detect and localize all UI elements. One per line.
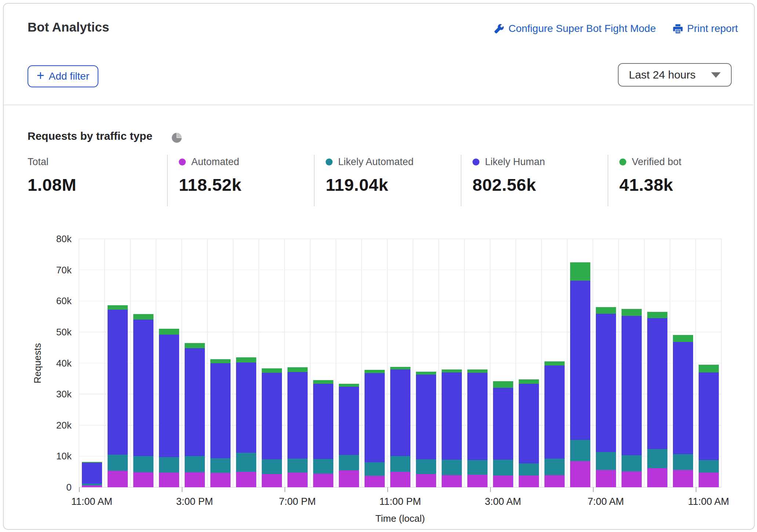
bar-segment-automated (647, 468, 667, 487)
bar-segment-likely-human (519, 384, 539, 463)
bar-segment-likely-automated (185, 456, 205, 472)
bar-segment-likely-automated (467, 460, 488, 475)
x-axis-tick (79, 487, 80, 492)
bar-segment-verified-bot (313, 380, 333, 384)
configure-super-bot-fight-mode-link[interactable]: Configure Super Bot Fight Mode (494, 23, 656, 34)
bar-segment-likely-human (133, 320, 153, 456)
bar-segment-automated (416, 474, 436, 487)
x-gridline (618, 239, 619, 487)
x-axis-tick (182, 487, 182, 492)
bar-8-00-am[interactable] (622, 239, 642, 487)
y-axis-tick-label: 70k (39, 264, 72, 276)
header-links: Configure Super Bot Fight Mode Print rep… (494, 23, 738, 34)
bar-segment-likely-automated (416, 459, 436, 474)
bar-segment-automated (236, 472, 256, 487)
bar-segment-likely-automated (210, 458, 231, 473)
bar-12-00-pm[interactable] (108, 239, 128, 487)
bar-9-00-am[interactable] (647, 239, 667, 487)
bar-12-00-am[interactable] (416, 239, 436, 487)
bar-7-00-am[interactable] (596, 239, 616, 487)
bar-4-00-pm[interactable] (210, 239, 231, 487)
bar-segment-likely-human (570, 281, 590, 440)
bar-segment-likely-automated (647, 449, 667, 468)
bar-segment-likely-automated (236, 453, 256, 472)
stat-divider (167, 155, 168, 206)
bar-segment-likely-human (699, 372, 719, 460)
bar-segment-likely-automated (313, 459, 333, 474)
verified-bot-legend-dot (619, 158, 626, 165)
bar-segment-automated (544, 475, 565, 487)
bar-1-00-pm[interactable] (133, 239, 153, 487)
bar-2-00-pm[interactable] (159, 239, 179, 487)
stat-likely-human-label: Likely Human (485, 156, 545, 168)
x-gridline (515, 239, 516, 487)
stat-verified-bot: Verified bot 41.38k (619, 156, 751, 195)
bar-7-00-pm[interactable] (287, 239, 308, 487)
x-gridline (207, 239, 208, 487)
print-link-label: Print report (687, 23, 738, 34)
bar-segment-verified-bot (262, 368, 282, 373)
bar-11-00-am[interactable] (82, 239, 102, 487)
bar-9-00-pm[interactable] (339, 239, 359, 487)
add-filter-button[interactable]: + Add filter (28, 65, 98, 87)
bar-segment-likely-human (416, 375, 436, 459)
bar-segment-verified-bot (159, 329, 179, 335)
y-axis-tick-label: 20k (39, 419, 72, 431)
x-gridline (181, 239, 182, 487)
bar-segment-verified-bot (185, 343, 205, 348)
x-gridline (721, 239, 722, 487)
bar-segment-likely-human (287, 372, 308, 459)
bar-segment-verified-bot (390, 367, 410, 370)
bar-6-00-pm[interactable] (262, 239, 282, 487)
bar-segment-automated (108, 471, 128, 487)
bar-3-00-am[interactable] (493, 239, 513, 487)
x-gridline (79, 239, 79, 487)
print-report-link[interactable]: Print report (673, 23, 738, 34)
x-gridline (233, 239, 233, 487)
header-divider (4, 105, 753, 105)
bar-segment-likely-automated (365, 462, 385, 475)
x-gridline (104, 239, 105, 487)
bar-segment-likely-human (365, 373, 385, 463)
bar-segment-likely-automated (390, 456, 410, 472)
time-range-select[interactable]: Last 24 hours (618, 63, 732, 87)
x-gridline (336, 239, 336, 487)
x-gridline (310, 239, 311, 487)
bar-segment-automated (82, 485, 102, 487)
bar-6-00-am[interactable] (570, 239, 590, 487)
bar-segment-automated (699, 473, 719, 487)
bar-segment-likely-automated (262, 459, 282, 474)
bar-segment-verified-bot (699, 365, 719, 372)
configure-link-label: Configure Super Bot Fight Mode (508, 23, 656, 34)
bar-5-00-pm[interactable] (236, 239, 256, 487)
bar-segment-likely-human (159, 335, 179, 457)
stat-automated-value: 118.52k (179, 175, 311, 195)
chevron-down-icon (711, 72, 721, 78)
bar-segment-likely-human (339, 387, 359, 455)
bar-segment-verified-bot (622, 309, 642, 316)
bar-8-00-pm[interactable] (313, 239, 333, 487)
bar-11-00-am[interactable] (699, 239, 719, 487)
bar-segment-verified-bot (544, 361, 565, 365)
bar-1-00-am[interactable] (442, 239, 462, 487)
x-gridline (541, 239, 542, 487)
bar-segment-verified-bot (673, 335, 693, 342)
stat-divider (314, 155, 315, 206)
bar-11-00-pm[interactable] (390, 239, 410, 487)
requests-by-traffic-type-chart: 010k20k30k40k50k60k70k80k11:00 AM3:00 PM… (0, 220, 757, 532)
bar-5-00-am[interactable] (544, 239, 565, 487)
stat-likely-human-value: 802.56k (472, 175, 605, 195)
bar-segment-automated (467, 475, 488, 487)
x-axis-tick-label: 3:00 PM (176, 496, 213, 507)
bar-4-00-am[interactable] (519, 239, 539, 487)
bar-3-00-pm[interactable] (185, 239, 205, 487)
bar-segment-automated (596, 470, 616, 487)
x-gridline (464, 239, 465, 487)
bar-10-00-am[interactable] (673, 239, 693, 487)
x-axis-tick (593, 487, 594, 492)
bar-segment-likely-automated (159, 457, 179, 473)
bar-10-00-pm[interactable] (365, 239, 385, 487)
bar-segment-likely-human (673, 342, 693, 454)
bar-2-00-am[interactable] (467, 239, 488, 487)
bar-segment-automated (570, 461, 590, 487)
